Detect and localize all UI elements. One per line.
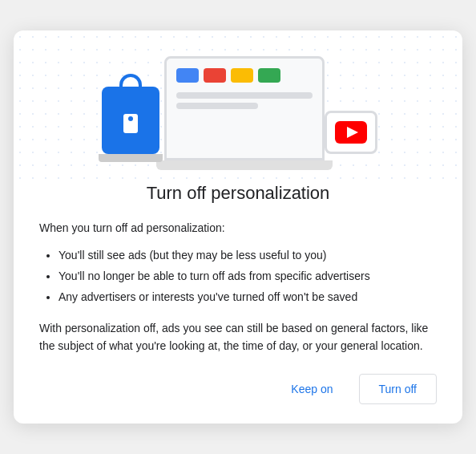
screen-line-icon — [176, 92, 313, 99]
youtube-icon — [335, 121, 367, 144]
screen-line-short-icon — [176, 103, 258, 109]
dialog-subtitle: When you turn off ad personalization: — [39, 220, 437, 237]
bullet-item-2: You'll no longer be able to turn off ads… — [58, 267, 437, 285]
bullet-list: You'll still see ads (but they may be le… — [39, 246, 437, 306]
shopping-bag-icon — [102, 87, 159, 154]
dialog-content: Turn off personalization When you turn o… — [14, 183, 462, 355]
dialog-title: Turn off personalization — [39, 183, 437, 204]
bag-tag-icon — [123, 114, 138, 133]
bullet-item-3: Any advertisers or interests you've turn… — [58, 288, 437, 306]
illustration-inner — [99, 56, 377, 170]
laptop-icon — [156, 56, 333, 170]
dot-green-icon — [258, 68, 280, 83]
dialog: Turn off personalization When you turn o… — [14, 30, 462, 424]
turn-off-button[interactable]: Turn off — [359, 374, 437, 404]
bag-base-icon — [99, 154, 163, 162]
laptop-base-icon — [156, 160, 333, 170]
youtube-play-icon — [347, 127, 358, 138]
keep-on-button[interactable]: Keep on — [275, 374, 349, 404]
screen-dots-icon — [176, 68, 313, 83]
screen-lines-icon — [176, 92, 313, 109]
dialog-actions: Keep on Turn off — [14, 374, 462, 404]
dot-yellow-icon — [231, 68, 253, 83]
bag-handle-icon — [119, 74, 142, 90]
dot-blue-icon — [176, 68, 199, 83]
dot-red-icon — [204, 68, 226, 83]
bullet-item-1: You'll still see ads (but they may be le… — [58, 246, 437, 264]
dialog-footer-text: With personalization off, ads you see ca… — [39, 319, 437, 355]
laptop-screen-icon — [164, 56, 325, 160]
illustration — [14, 30, 462, 183]
phone-icon — [325, 111, 377, 154]
